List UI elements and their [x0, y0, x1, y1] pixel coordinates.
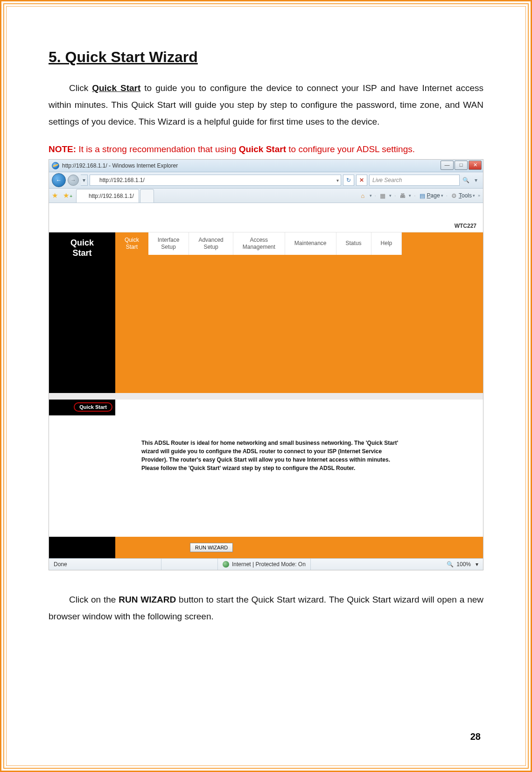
page-content: 5. Quick Start Wizard Click Quick Start …: [6, 6, 526, 766]
router-description: This ADSL Router is ideal for home netwo…: [115, 415, 417, 537]
status-zone-text: Internet | Protected Mode: On: [232, 561, 306, 568]
browser-tab[interactable]: http://192.168.1.1/: [76, 189, 139, 203]
intro-paragraph: Click Quick Start to guide you to config…: [49, 80, 483, 130]
note-text-b: to configure your ADSL settings.: [286, 144, 415, 154]
content-row: This ADSL Router is ideal for home netwo…: [49, 415, 483, 537]
submenu-row: Quick Start: [49, 400, 483, 415]
section-heading: 5. Quick Start Wizard: [49, 49, 483, 66]
router-nav-tabs: QuickStart InterfaceSetup AdvancedSetup …: [115, 232, 483, 255]
router-header-area: WTC227: [49, 203, 483, 232]
nav-advanced-setup[interactable]: AdvancedSetup: [189, 232, 233, 255]
stop-button[interactable]: ✕: [356, 175, 367, 186]
forward-button[interactable]: →: [68, 175, 79, 186]
ie-icon: [52, 162, 59, 169]
note-line: NOTE: It is a strong recommendation that…: [49, 144, 483, 154]
refresh-button[interactable]: ↻: [343, 175, 354, 186]
router-left-column: QuickStart: [49, 232, 115, 393]
close-button[interactable]: ✕: [469, 161, 482, 170]
para2-b: RUN WIZARD: [119, 595, 176, 604]
router-model-label: WTC227: [455, 223, 476, 229]
run-wizard-button[interactable]: RUN WIZARD: [190, 543, 233, 552]
tools-menu-icon: ⚙: [450, 192, 458, 199]
window-title-text: http://192.168.1.1/ - Windows Internet E…: [62, 162, 178, 169]
favorites-icon[interactable]: ★: [52, 192, 59, 199]
zoom-dropdown-icon[interactable]: ▾: [476, 561, 478, 568]
note-bold: Quick Start: [239, 144, 286, 154]
nav-quick-start[interactable]: QuickStart: [115, 232, 148, 255]
run-wizard-row: RUN WIZARD: [49, 537, 483, 558]
note-text-a: It is a strong recommendation that using: [76, 144, 239, 154]
nav-access-management[interactable]: AccessManagement: [233, 232, 285, 255]
para-after-screenshot: Click on the RUN WIZARD button to start …: [49, 591, 483, 625]
grey-separator: [49, 393, 483, 400]
search-dropdown[interactable]: ▾: [472, 175, 480, 185]
nav-maintenance[interactable]: Maintenance: [285, 232, 336, 255]
router-main: QuickStart QuickStart InterfaceSetup Adv…: [49, 232, 483, 393]
orange-spacer: [115, 255, 483, 263]
address-url: http://192.168.1.1/: [99, 177, 145, 183]
quick-start-pill-wrap: Quick Start: [49, 400, 115, 415]
nav-status[interactable]: Status: [336, 232, 371, 255]
tab-ie-icon: [81, 193, 87, 199]
minimize-button[interactable]: —: [441, 161, 454, 170]
page-menu-icon: ▤: [419, 192, 426, 199]
page-icon: [92, 177, 98, 183]
search-input[interactable]: Live Search: [369, 175, 460, 186]
history-dropdown[interactable]: ▾: [81, 175, 88, 186]
intro-text-a: Click: [69, 83, 92, 93]
new-tab-button[interactable]: [140, 189, 154, 203]
left-quick-start-label: QuickStart: [49, 232, 115, 266]
page-number: 28: [470, 731, 481, 742]
feeds-icon[interactable]: ▦: [379, 192, 386, 199]
status-done: Done: [49, 559, 161, 570]
left-blank: [49, 415, 115, 523]
address-bar[interactable]: http://192.168.1.1/ ▾: [90, 175, 341, 186]
tools-menu-label: TToolsools: [459, 192, 472, 199]
intro-link-quick-start: Quick Start: [92, 83, 140, 93]
toolbar-overflow-icon[interactable]: »: [478, 193, 480, 198]
quick-start-submenu[interactable]: Quick Start: [74, 402, 112, 412]
search-go-button[interactable]: 🔍: [462, 175, 470, 185]
status-blank-1: [161, 559, 218, 570]
status-zoom-value: 100%: [456, 561, 471, 568]
page-menu-label: PPageage: [427, 192, 440, 199]
left-black-footer: [49, 537, 115, 558]
status-zone: Internet | Protected Mode: On: [218, 559, 311, 570]
address-bar-row: ← → ▾ http://192.168.1.1/ ▾ ↻ ✕ Live Sea…: [49, 172, 483, 189]
maximize-button[interactable]: □: [455, 161, 468, 170]
window-titlebar: http://192.168.1.1/ - Windows Internet E…: [49, 160, 483, 172]
address-bar-dropdown-icon[interactable]: ▾: [336, 178, 339, 183]
back-button[interactable]: ←: [52, 173, 66, 187]
page-menu[interactable]: ▤ PPageage ▾: [419, 192, 443, 199]
home-icon[interactable]: ⌂: [359, 192, 367, 199]
note-label: NOTE:: [49, 144, 76, 154]
page-border-mid: 5. Quick Start Wizard Click Quick Start …: [3, 3, 529, 769]
tools-menu[interactable]: ⚙ TToolsools ▾: [450, 192, 475, 199]
para2-a: Click on the: [69, 595, 119, 604]
nav-interface-setup[interactable]: InterfaceSetup: [148, 232, 189, 255]
router-right-column: QuickStart InterfaceSetup AdvancedSetup …: [115, 232, 483, 393]
favorites-bar: ★ ★+ http://192.168.1.1/ ⌂▾ · ▦▾ ·: [49, 189, 483, 203]
add-favorite-icon[interactable]: ★+: [63, 192, 70, 199]
search-placeholder: Live Search: [372, 177, 402, 183]
tab-label: http://192.168.1.1/: [89, 193, 134, 199]
status-zoom[interactable]: 🔍 100% ▾: [442, 559, 483, 570]
internet-zone-icon: [223, 561, 229, 568]
print-icon[interactable]: 🖶: [399, 192, 406, 199]
ie-window: http://192.168.1.1/ - Windows Internet E…: [49, 159, 483, 570]
zoom-icon: 🔍: [447, 561, 454, 568]
status-bar: Done Internet | Protected Mode: On 🔍 100…: [49, 558, 483, 570]
page-border-outer: 5. Quick Start Wizard Click Quick Start …: [0, 0, 532, 772]
nav-help[interactable]: Help: [371, 232, 402, 255]
